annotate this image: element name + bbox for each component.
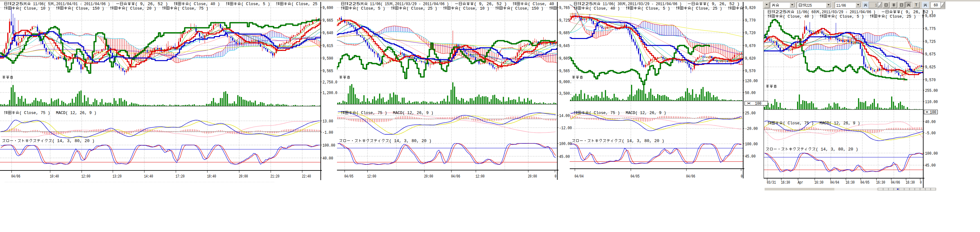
svg-text:04/04: 04/04 (830, 181, 839, 185)
svg-text:( 9, 26, 52 ): ( 9, 26, 52 ) (474, 2, 507, 6)
svg-text:04/05: 04/05 (861, 181, 869, 185)
svg-text:( Close, 5 ): ( Close, 5 ) (356, 6, 385, 11)
svg-text:9,720: 9,720 (745, 31, 756, 35)
svg-text:( Close, 75 ): ( Close, 75 ) (178, 6, 208, 11)
svg-text:,2011/04/01 - 2011/04/06 ): ,2011/04/01 - 2011/04/06 ) (54, 2, 110, 6)
svg-text:10:40: 10:40 (50, 174, 59, 179)
svg-text:18:40: 18:40 (207, 174, 216, 179)
svg-text:9,570: 9,570 (745, 69, 756, 74)
svg-text:-5.00: -5.00 (925, 131, 935, 136)
svg-text:-12.00: -12.00 (559, 126, 572, 131)
svg-text:120.00: 120.00 (745, 79, 758, 83)
svg-text:45.00: 45.00 (925, 163, 935, 168)
svg-text:12:00: 12:00 (476, 174, 485, 179)
svg-text:×: × (925, 110, 929, 115)
svg-text:9,640: 9,640 (323, 31, 333, 35)
svg-text:( Close, 75 ): ( Close, 75 ) (783, 121, 814, 126)
svg-text:0: 0 (741, 174, 743, 179)
svg-text:03/31: 03/31 (767, 181, 776, 185)
svg-text:( Close, 40 ): ( Close, 40 ) (189, 2, 220, 6)
svg-text:9,590: 9,590 (323, 56, 333, 61)
svg-text:14:40: 14:40 (144, 174, 153, 179)
svg-text:50.00: 50.00 (745, 91, 756, 95)
svg-text:9,615: 9,615 (323, 44, 333, 48)
svg-text:,2011/03/29 - 2011/04/06 ): ,2011/03/29 - 2011/04/06 ) (626, 2, 682, 6)
svg-text:( Close, 40 ): ( Close, 40 ) (783, 14, 814, 19)
svg-text:14.00: 14.00 (559, 114, 570, 118)
svg-text:2,750.0: 2,750.0 (323, 80, 337, 85)
svg-text:T: T (915, 3, 917, 8)
svg-text:( Close, 25 ): ( Close, 25 ) (406, 6, 437, 11)
svg-text:40.00: 40.00 (925, 120, 935, 124)
svg-text:MACD( 12, 26, 9 ): MACD( 12, 26, 9 ) (56, 111, 97, 115)
svg-text:( Close, 75 ): ( Close, 75 ) (589, 111, 620, 115)
svg-text:40.00: 40.00 (323, 156, 333, 161)
svg-text:( Close, 25 ): ( Close, 25 ) (885, 14, 916, 19)
svg-text:11/06( 15: 11/06( 15 (368, 2, 389, 6)
svg-text:13:20: 13:20 (113, 174, 121, 179)
svg-text:04/06: 04/06 (451, 174, 460, 179)
svg-text:255.00: 255.00 (925, 89, 938, 93)
svg-text:,2011/03/29 - 2011/04/06 ): ,2011/03/29 - 2011/04/06 ) (819, 10, 875, 14)
svg-text:16:30: 16:30 (781, 181, 790, 185)
svg-text:16:30: 16:30 (846, 181, 854, 185)
svg-text:( Close, 5 ): ( Close, 5 ) (241, 2, 270, 6)
svg-text:9,725: 9,725 (559, 18, 570, 23)
svg-text:-20.00: -20.00 (745, 126, 758, 131)
svg-text:( 14, 3, 80, 20 ): ( 14, 3, 80, 20 ) (52, 139, 94, 143)
svg-text:( 9, 26, 52 ): ( 9, 26, 52 ) (900, 10, 933, 14)
svg-text:16:30: 16:30 (815, 181, 823, 185)
svg-text:9,820: 9,820 (745, 6, 756, 10)
svg-text:04/05: 04/05 (630, 174, 640, 179)
svg-text:3,500.: 3,500. (559, 91, 572, 96)
svg-text:( Close, 25 ): ( Close, 25 ) (291, 2, 322, 6)
svg-text:9,685: 9,685 (559, 31, 570, 35)
svg-text:04/06: 04/06 (686, 174, 695, 179)
svg-text:45.00: 45.00 (745, 154, 756, 159)
svg-text:60: 60 (934, 3, 938, 8)
svg-text:11/06( 30: 11/06( 30 (601, 2, 622, 6)
svg-text:( Close, 5 ): ( Close, 5 ) (641, 6, 670, 11)
svg-text:12:00: 12:00 (81, 174, 90, 179)
svg-text:( Close, 40 ): ( Close, 40 ) (528, 2, 559, 6)
svg-text:21:20: 21:20 (270, 174, 279, 179)
svg-text:( Close, 10 ): ( Close, 10 ) (19, 6, 50, 11)
svg-text:12:00: 12:00 (367, 174, 376, 179)
svg-text:11/06( 60: 11/06( 60 (794, 10, 816, 14)
svg-text:20:00: 20:00 (239, 174, 248, 179)
svg-text:16:30: 16:30 (906, 181, 915, 185)
svg-text:( Close, 25 ): ( Close, 25 ) (691, 6, 722, 11)
svg-text:100: 100 (755, 101, 761, 106)
svg-text:04/06: 04/06 (891, 181, 900, 185)
svg-text:17:20: 17:20 (175, 174, 185, 179)
svg-text:04/06: 04/06 (11, 174, 20, 179)
svg-text:1,200.0: 1,200.0 (323, 91, 337, 95)
svg-text:-1.00: -1.00 (323, 131, 333, 135)
svg-text:9,725: 9,725 (925, 40, 935, 44)
svg-text:( 14, 3, 80, 20 ): ( 14, 3, 80, 20 ) (389, 139, 431, 143)
svg-text:25.00: 25.00 (745, 111, 756, 116)
svg-text:100: 100 (930, 110, 936, 115)
svg-text:04/04: 04/04 (574, 174, 584, 179)
svg-text:16:30: 16:30 (876, 181, 885, 185)
svg-text:110.00: 110.00 (925, 100, 938, 104)
svg-text:( 9, 26, 52 ): ( 9, 26, 52 ) (707, 2, 740, 6)
svg-text:( Close, 20 ): ( Close, 20 ) (126, 6, 156, 11)
svg-text:9,565: 9,565 (559, 69, 570, 74)
svg-text:9,565: 9,565 (323, 69, 333, 74)
svg-text:MACD( 12, 26, 9 ): MACD( 12, 26, 9 ) (393, 111, 433, 115)
svg-text:1: 1 (875, 3, 877, 8)
svg-text:100.00: 100.00 (323, 143, 335, 148)
svg-text:20:00: 20:00 (528, 174, 537, 179)
svg-text:9,570: 9,570 (925, 78, 935, 83)
svg-text:9,775: 9,775 (925, 27, 935, 31)
svg-text:9,665: 9,665 (323, 18, 333, 23)
svg-text:9,675: 9,675 (925, 52, 935, 57)
svg-text:13.00: 13.00 (323, 119, 333, 124)
svg-text:MACD( 12, 26, 9 ): MACD( 12, 26, 9 ) (626, 111, 666, 115)
svg-text:225: 225 (348, 2, 360, 6)
svg-text:100.00: 100.00 (745, 142, 758, 147)
svg-text:( Close, 75 ): ( Close, 75 ) (19, 111, 50, 115)
svg-text:9,645: 9,645 (559, 44, 570, 48)
svg-text:9,625: 9,625 (925, 65, 935, 70)
